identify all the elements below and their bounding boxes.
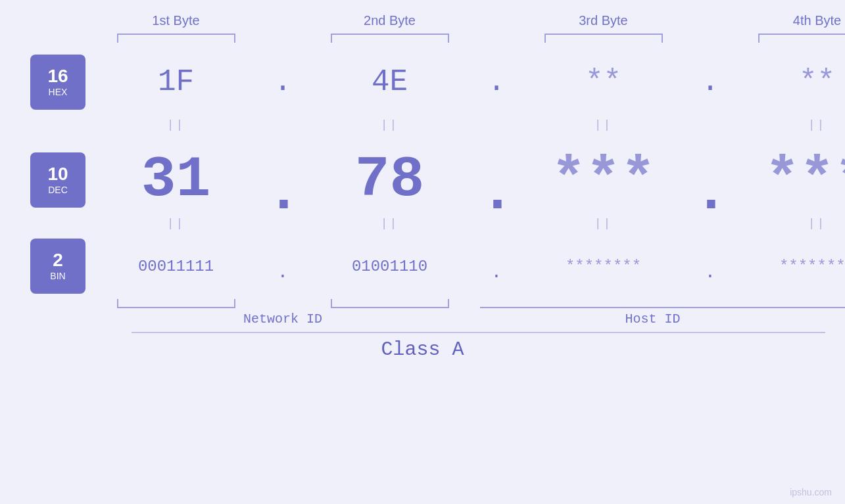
bin-byte3: ********: [513, 258, 694, 275]
dec-byte2: 78: [299, 151, 480, 209]
network-id-label: Network ID: [85, 311, 480, 327]
eq1-byte2: ||: [299, 118, 480, 131]
bin-byte2: 01001110: [299, 258, 480, 275]
hex-byte3: **: [513, 65, 694, 99]
hex-label-cell: 16 HEX: [0, 55, 85, 110]
hex-sep2: .: [480, 65, 513, 99]
dec-sep2: .: [480, 138, 513, 222]
bin-byte4: ********: [727, 258, 845, 275]
bin-base-name: BIN: [50, 271, 65, 281]
watermark: ipshu.com: [790, 487, 832, 497]
dec-sep3: .: [694, 138, 727, 222]
dec-byte3: ***: [513, 151, 694, 209]
hex-sep3: .: [694, 65, 727, 99]
eq1-byte4: ||: [727, 118, 845, 131]
eq2-byte2: ||: [299, 217, 480, 230]
eq2-byte4: ||: [727, 217, 845, 230]
dec-byte1: 31: [85, 151, 266, 209]
eq2-byte1: ||: [85, 217, 266, 230]
hex-byte2: 4E: [299, 65, 480, 99]
bin-sep2: .: [480, 250, 513, 283]
dec-sep1: .: [266, 138, 299, 222]
bracket-byte3: [544, 34, 663, 43]
host-id-label: Host ID: [480, 311, 825, 327]
bin-label-cell: 2 BIN: [0, 239, 85, 294]
dec-base-name: DEC: [48, 185, 68, 195]
bracket-byte2: [331, 34, 449, 43]
bottom-bracket-net-byte2: [331, 299, 449, 308]
hex-base-name: HEX: [49, 87, 68, 97]
bin-byte1: 00011111: [85, 258, 266, 275]
byte-header-1: 1st Byte: [85, 13, 266, 28]
hex-base-box: 16 HEX: [30, 55, 85, 110]
eq1-byte1: ||: [85, 118, 266, 131]
bracket-byte1: [117, 34, 235, 43]
hex-sep1: .: [266, 65, 299, 99]
byte-header-2: 2nd Byte: [299, 13, 480, 28]
bracket-byte4: [758, 34, 846, 43]
hex-byte1: 1F: [85, 65, 266, 99]
hex-byte4: **: [727, 65, 845, 99]
bin-base-box: 2 BIN: [30, 239, 85, 294]
eq2-byte3: ||: [513, 217, 694, 230]
dec-base-number: 10: [47, 165, 68, 183]
hex-base-number: 16: [47, 67, 68, 85]
dec-label-cell: 10 DEC: [0, 152, 85, 208]
bottom-bracket-net-byte1: [117, 299, 235, 308]
bin-base-number: 2: [53, 251, 63, 269]
class-bracket: [132, 332, 825, 333]
byte-header-4: 4th Byte: [727, 13, 845, 28]
dec-base-box: 10 DEC: [30, 152, 85, 208]
class-label: Class A: [381, 338, 464, 361]
eq1-byte3: ||: [513, 118, 694, 131]
bin-sep3: .: [694, 250, 727, 283]
dec-byte4: ***: [727, 151, 845, 209]
main-container: 1st Byte 2nd Byte 3rd Byte 4th Byte: [0, 0, 845, 504]
byte-header-3: 3rd Byte: [513, 13, 694, 28]
bin-sep1: .: [266, 250, 299, 283]
